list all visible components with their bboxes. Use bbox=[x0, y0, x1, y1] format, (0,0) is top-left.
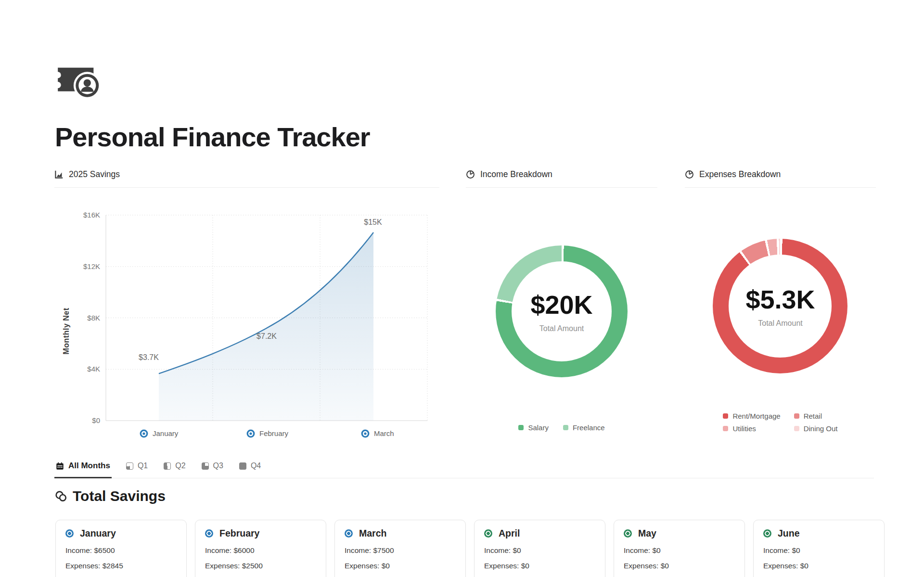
x-label-january: January bbox=[153, 429, 179, 437]
quarter-4-icon bbox=[239, 462, 246, 470]
income-donut-center: $20K Total Amount bbox=[466, 245, 657, 377]
y-tick: $8K bbox=[87, 314, 100, 322]
x-label-march: March bbox=[374, 429, 394, 437]
card-month-label: January bbox=[80, 528, 116, 539]
quarter-1-icon bbox=[126, 462, 133, 470]
calendar-icon bbox=[56, 462, 64, 470]
month-filter-tabs: All Months Q1 Q2 Q3 Q4 bbox=[54, 458, 874, 478]
tab-all-months-label: All Months bbox=[68, 461, 110, 471]
card-month-label: April bbox=[499, 528, 520, 539]
tab-q4-label: Q4 bbox=[251, 462, 261, 470]
area-fill bbox=[159, 232, 373, 421]
card-month-label: February bbox=[219, 528, 259, 539]
card-income: Income: $6500 bbox=[65, 546, 177, 555]
may-ring-icon bbox=[624, 529, 632, 538]
money-coin-icon bbox=[57, 64, 103, 100]
card-income: Income: $6000 bbox=[205, 546, 316, 555]
freelance-swatch-icon bbox=[563, 425, 568, 430]
month-card-may[interactable]: May Income: $0 Expenses: $0 Net: $0 bbox=[614, 520, 745, 577]
card-month-label: May bbox=[638, 528, 656, 539]
point-label-march: $15K bbox=[364, 218, 382, 226]
expenses-total-label: Total Amount bbox=[758, 319, 803, 328]
card-expenses: Expenses: $0 bbox=[484, 562, 595, 570]
tab-q1[interactable]: Q1 bbox=[125, 458, 149, 478]
legend-item-freelance: Freelance bbox=[563, 423, 605, 432]
legend-item-utilities: Utilities bbox=[723, 424, 780, 433]
freelance-label: Freelance bbox=[573, 423, 605, 432]
utilities-swatch-icon bbox=[723, 426, 728, 431]
expenses-legend: Rent/Mortgage Retail Utilities Dining Ou… bbox=[685, 412, 876, 433]
rent-label: Rent/Mortgage bbox=[732, 412, 780, 420]
page-title: Personal Finance Tracker bbox=[55, 121, 370, 153]
x-label-february: February bbox=[259, 429, 289, 437]
coins-icon bbox=[54, 490, 67, 503]
point-label-february: $7.2K bbox=[257, 332, 277, 340]
y-tick: $12K bbox=[83, 262, 100, 270]
tab-q2[interactable]: Q2 bbox=[162, 458, 187, 478]
card-income: Income: $0 bbox=[624, 546, 735, 555]
quarter-2-icon bbox=[164, 462, 171, 470]
total-savings-title: Total Savings bbox=[73, 488, 166, 504]
savings-panel-header: 2025 Savings bbox=[54, 169, 439, 188]
tab-all-months[interactable]: All Months bbox=[54, 458, 112, 478]
salary-label: Salary bbox=[528, 423, 549, 432]
card-income: Income: $7500 bbox=[345, 546, 456, 555]
retail-label: Retail bbox=[804, 412, 822, 420]
dining-swatch-icon bbox=[794, 426, 799, 431]
tab-q2-label: Q2 bbox=[175, 462, 185, 470]
expenses-donut-center: $5.3K Total Amount bbox=[685, 239, 876, 373]
savings-panel-title: 2025 Savings bbox=[69, 169, 120, 180]
point-label-january: $3.7K bbox=[139, 353, 159, 361]
card-expenses: Expenses: $0 bbox=[624, 562, 735, 570]
card-expenses: Expenses: $2500 bbox=[205, 562, 316, 570]
legend-item-salary: Salary bbox=[518, 423, 549, 432]
area-chart-icon bbox=[54, 170, 64, 179]
january-ring-icon bbox=[65, 529, 74, 538]
income-total-label: Total Amount bbox=[539, 324, 584, 333]
expenses-total-value: $5.3K bbox=[745, 284, 815, 314]
month-card-march[interactable]: March Income: $7500 Expenses: $0 Net: $7… bbox=[334, 520, 466, 577]
month-card-june[interactable]: June Income: $0 Expenses: $0 Net: $0 bbox=[753, 520, 885, 577]
card-income: Income: $0 bbox=[484, 546, 595, 555]
legend-item-rent: Rent/Mortgage bbox=[723, 412, 780, 420]
y-tick: $16K bbox=[83, 211, 100, 219]
legend-item-retail: Retail bbox=[794, 412, 838, 420]
tab-q3-label: Q3 bbox=[213, 462, 223, 470]
february-ring-icon bbox=[205, 529, 213, 538]
card-expenses: Expenses: $2845 bbox=[65, 562, 177, 570]
month-card-april[interactable]: April Income: $0 Expenses: $0 Net: $0 bbox=[474, 520, 605, 577]
month-card-january[interactable]: January Income: $6500 Expenses: $2845 Ne… bbox=[55, 520, 187, 577]
march-ring-icon bbox=[345, 529, 353, 538]
salary-swatch-icon bbox=[518, 425, 524, 430]
month-cards-row: January Income: $6500 Expenses: $2845 Ne… bbox=[55, 520, 885, 577]
y-tick: $0 bbox=[92, 416, 100, 424]
june-ring-icon bbox=[763, 529, 771, 538]
card-expenses: Expenses: $0 bbox=[345, 562, 456, 570]
utilities-label: Utilities bbox=[732, 424, 756, 433]
legend-item-dining: Dining Out bbox=[794, 424, 838, 433]
pie-chart-icon bbox=[466, 170, 475, 179]
savings-area-chart: $16K $12K $8K $4K $0 Monthly Net $3.7K $… bbox=[54, 197, 439, 443]
quarter-3-icon bbox=[202, 462, 209, 470]
january-marker-dot bbox=[142, 432, 145, 435]
pie-chart-icon bbox=[685, 170, 694, 179]
income-panel-header: Income Breakdown bbox=[466, 169, 657, 188]
month-card-february[interactable]: February Income: $6000 Expenses: $2500 N… bbox=[195, 520, 326, 577]
february-marker-dot bbox=[249, 432, 252, 435]
expenses-panel-title: Expenses Breakdown bbox=[699, 169, 781, 180]
income-panel-title: Income Breakdown bbox=[480, 169, 552, 180]
april-ring-icon bbox=[484, 529, 492, 538]
card-month-label: June bbox=[778, 528, 800, 539]
retail-swatch-icon bbox=[794, 413, 799, 419]
tab-q3[interactable]: Q3 bbox=[200, 458, 225, 478]
income-legend: Salary Freelance bbox=[466, 423, 657, 432]
card-month-label: March bbox=[359, 528, 386, 539]
total-savings-header: Total Savings bbox=[54, 488, 166, 504]
march-marker-dot bbox=[364, 432, 366, 435]
card-income: Income: $0 bbox=[763, 546, 874, 555]
y-axis-title: Monthly Net bbox=[62, 308, 70, 354]
income-total-value: $20K bbox=[530, 290, 592, 320]
tab-q1-label: Q1 bbox=[138, 462, 148, 470]
dining-label: Dining Out bbox=[804, 424, 838, 433]
tab-q4[interactable]: Q4 bbox=[238, 458, 262, 478]
